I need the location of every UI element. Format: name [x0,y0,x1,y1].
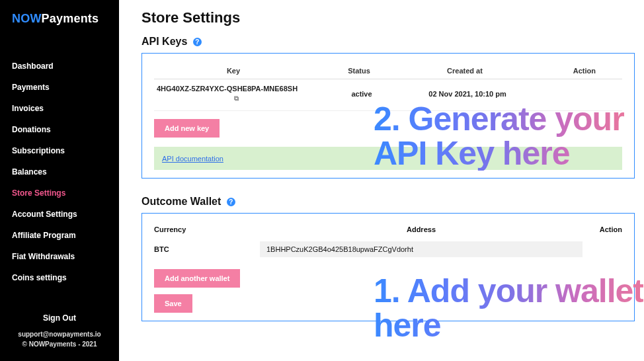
wallet-address-value: 1BHHPCzuK2GB4o425B18upwaFZCgVdorht [260,241,583,257]
wallet-currency: BTC [154,245,260,253]
col-currency: Currency [154,225,260,233]
api-key-status: active [315,90,408,98]
nav-balances[interactable]: Balances [0,161,119,182]
nav-store-settings[interactable]: Store Settings [0,182,119,204]
logo-now: NOW [12,12,42,25]
copyright: © NOWPayments - 2021 [7,341,112,348]
copy-icon[interactable]: ⧉ [157,95,315,102]
nav-dashboard[interactable]: Dashboard [0,56,119,77]
col-address: Address [260,225,583,233]
col-status: Status [313,67,405,75]
api-keys-title-text: API Keys [141,36,187,47]
api-key-value: 4HG40XZ-5ZR4YXC-QSHE8PA-MNE68SH ⧉ [154,85,315,102]
sidebar-footer: Sign Out support@nowpayments.io © NOWPay… [0,288,119,356]
logo-payments: Payments [42,12,99,25]
api-doc-band: API documentation [154,147,622,170]
add-new-key-button[interactable]: Add new key [154,119,220,138]
nav-coins-settings[interactable]: Coins settings [0,267,119,288]
sign-out-link[interactable]: Sign Out [7,313,112,323]
wallet-title-text: Outcome Wallet [141,196,221,207]
col-key: Key [154,67,313,75]
save-button[interactable]: Save [154,294,192,313]
add-another-wallet-button[interactable]: Add another wallet [154,269,240,288]
sidebar: NOWPayments Dashboard Payments Invoices … [0,0,119,361]
wallet-panel: Currency Address Action BTC 1BHHPCzuK2GB… [141,213,635,321]
api-key-row: 4HG40XZ-5ZR4YXC-QSHE8PA-MNE68SH ⧉ active… [154,79,622,111]
nav-subscriptions[interactable]: Subscriptions [0,140,119,161]
nav-donations[interactable]: Donations [0,119,119,140]
api-keys-title: API Keys ? [141,36,635,48]
api-documentation-link[interactable]: API documentation [162,155,223,163]
col-action: Action [524,67,622,75]
nav-payments[interactable]: Payments [0,77,119,98]
nav-invoices[interactable]: Invoices [0,98,119,119]
wallet-table-header: Currency Address Action [154,223,622,239]
nav-account-settings[interactable]: Account Settings [0,204,119,225]
main-content: Store Settings API Keys ? Key Status Cre… [119,0,644,361]
sidebar-nav: Dashboard Payments Invoices Donations Su… [0,39,119,288]
help-icon[interactable]: ? [193,38,202,46]
page-title: Store Settings [141,9,635,26]
wallet-row: BTC 1BHHPCzuK2GB4o425B18upwaFZCgVdorht [154,239,622,261]
help-icon[interactable]: ? [227,198,235,206]
wallet-title: Outcome Wallet ? [141,196,635,208]
col-action: Action [583,225,622,233]
api-table-header: Key Status Created at Action [154,63,622,79]
api-key-created: 02 Nov 2021, 10:10 pm [408,90,527,98]
support-email[interactable]: support@nowpayments.io [7,331,112,338]
nav-affiliate[interactable]: Affiliate Program [0,225,119,246]
wallet-address-field[interactable]: 1BHHPCzuK2GB4o425B18upwaFZCgVdorht [260,241,583,257]
nav-fiat-withdrawals[interactable]: Fiat Withdrawals [0,246,119,267]
logo: NOWPayments [0,12,119,39]
api-key-text: 4HG40XZ-5ZR4YXC-QSHE8PA-MNE68SH [157,85,298,93]
col-created: Created at [405,67,524,75]
api-keys-panel: Key Status Created at Action 4HG40XZ-5ZR… [141,53,635,179]
